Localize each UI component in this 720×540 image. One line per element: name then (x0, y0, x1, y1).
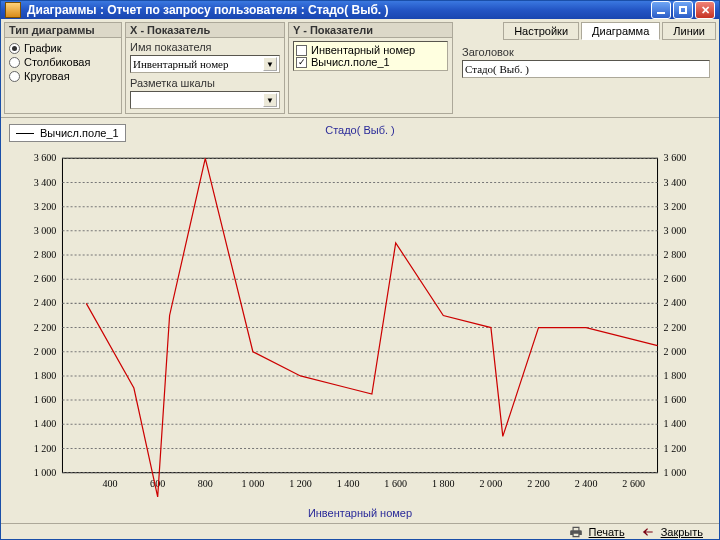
panel-y-indicators: Y - Показатели Инвентарный номер ✓ Вычис… (288, 22, 453, 114)
svg-text:2 400: 2 400 (664, 297, 687, 308)
svg-text:1 000: 1 000 (664, 467, 687, 478)
panel-title: X - Показатель (126, 23, 284, 38)
radio-icon (9, 71, 20, 82)
svg-text:2 000: 2 000 (34, 346, 57, 357)
print-button[interactable]: Печать (569, 525, 625, 539)
chart-title-input[interactable]: Стадо( Выб. ) (462, 60, 710, 78)
app-icon (5, 2, 21, 18)
svg-text:2 400: 2 400 (575, 478, 598, 489)
svg-text:2 400: 2 400 (34, 297, 57, 308)
maximize-button[interactable] (673, 1, 693, 19)
x-scale-select[interactable]: ▼ (130, 91, 280, 109)
svg-text:400: 400 (103, 478, 118, 489)
panel-x-indicator: X - Показатель Имя показателя Инвентарны… (125, 22, 285, 114)
svg-text:1 000: 1 000 (242, 478, 265, 489)
svg-text:1 800: 1 800 (664, 370, 687, 381)
x-field-select[interactable]: Инвентарный номер ▼ (130, 55, 280, 73)
panel-title: Тип диаграммы (5, 23, 121, 38)
radio-graph[interactable]: График (9, 41, 117, 55)
svg-text:3 200: 3 200 (664, 201, 687, 212)
scale-label: Разметка шкалы (130, 77, 280, 89)
svg-text:2 200: 2 200 (527, 478, 550, 489)
tab-lines[interactable]: Линии (662, 22, 716, 40)
svg-text:2 200: 2 200 (34, 322, 57, 333)
svg-text:800: 800 (198, 478, 213, 489)
svg-text:3 000: 3 000 (664, 225, 687, 236)
tab-chart[interactable]: Диаграмма (581, 22, 660, 40)
chevron-down-icon: ▼ (263, 57, 277, 71)
radio-icon (9, 57, 20, 68)
checkbox-icon: ✓ (296, 57, 307, 68)
chevron-down-icon: ▼ (263, 93, 277, 107)
svg-text:2 200: 2 200 (664, 322, 687, 333)
footer: Печать Закрыть (1, 523, 719, 539)
svg-text:2 800: 2 800 (664, 249, 687, 260)
back-arrow-icon (641, 525, 655, 539)
chart-canvas: 1 0001 0001 2001 2001 4001 4001 6001 600… (7, 138, 713, 503)
radio-bar[interactable]: Столбиковая (9, 55, 117, 69)
control-panel: Тип диаграммы График Столбиковая Кругова… (1, 19, 719, 118)
chart-area: Вычисл.поле_1 Стадо( Выб. ) 1 0001 0001 … (1, 118, 719, 523)
svg-text:3 600: 3 600 (664, 152, 687, 163)
x-axis-label: Инвентарный номер (7, 507, 713, 519)
minimize-button[interactable] (651, 1, 671, 19)
window-title: Диаграммы : Отчет по запросу пользовател… (27, 3, 389, 17)
svg-text:3 600: 3 600 (34, 152, 57, 163)
svg-text:1 800: 1 800 (34, 370, 57, 381)
radio-icon (9, 43, 20, 54)
y-item-1[interactable]: ✓ Вычисл.поле_1 (296, 56, 445, 68)
svg-text:1 000: 1 000 (34, 467, 57, 478)
svg-text:1 600: 1 600 (34, 394, 57, 405)
title-label: Заголовок (462, 46, 710, 58)
svg-text:3 200: 3 200 (34, 201, 57, 212)
svg-rect-0 (62, 158, 657, 472)
panel-right: Настройки Диаграмма Линии Заголовок Стад… (456, 22, 716, 114)
svg-text:2 000: 2 000 (480, 478, 503, 489)
legend-line-icon (16, 133, 34, 134)
panel-chart-type: Тип диаграммы График Столбиковая Кругова… (4, 22, 122, 114)
checkbox-icon (296, 45, 307, 56)
panel-title: Y - Показатели (289, 23, 452, 38)
svg-text:2 600: 2 600 (622, 478, 645, 489)
titlebar: Диаграммы : Отчет по запросу пользовател… (1, 1, 719, 19)
svg-text:600: 600 (150, 478, 165, 489)
printer-icon (569, 525, 583, 539)
svg-text:2 800: 2 800 (34, 249, 57, 260)
y-checklist: Инвентарный номер ✓ Вычисл.поле_1 (293, 41, 448, 71)
svg-text:3 400: 3 400 (34, 176, 57, 187)
close-button[interactable]: ✕ (695, 1, 715, 19)
tab-settings[interactable]: Настройки (503, 22, 579, 40)
legend: Вычисл.поле_1 (9, 124, 126, 142)
svg-text:3 000: 3 000 (34, 225, 57, 236)
svg-text:2 600: 2 600 (34, 273, 57, 284)
svg-text:1 200: 1 200 (289, 478, 312, 489)
radio-pie[interactable]: Круговая (9, 69, 117, 83)
field-label: Имя показателя (130, 41, 280, 53)
svg-text:2 000: 2 000 (664, 346, 687, 357)
svg-text:1 200: 1 200 (34, 442, 57, 453)
svg-text:1 800: 1 800 (432, 478, 455, 489)
svg-text:1 600: 1 600 (664, 394, 687, 405)
svg-text:3 400: 3 400 (664, 176, 687, 187)
y-item-0[interactable]: Инвентарный номер (296, 44, 445, 56)
svg-text:1 400: 1 400 (34, 418, 57, 429)
svg-text:2 600: 2 600 (664, 273, 687, 284)
close-footer-button[interactable]: Закрыть (641, 525, 703, 539)
svg-text:1 400: 1 400 (664, 418, 687, 429)
svg-text:1 400: 1 400 (337, 478, 360, 489)
svg-text:1 600: 1 600 (384, 478, 407, 489)
svg-text:1 200: 1 200 (664, 442, 687, 453)
